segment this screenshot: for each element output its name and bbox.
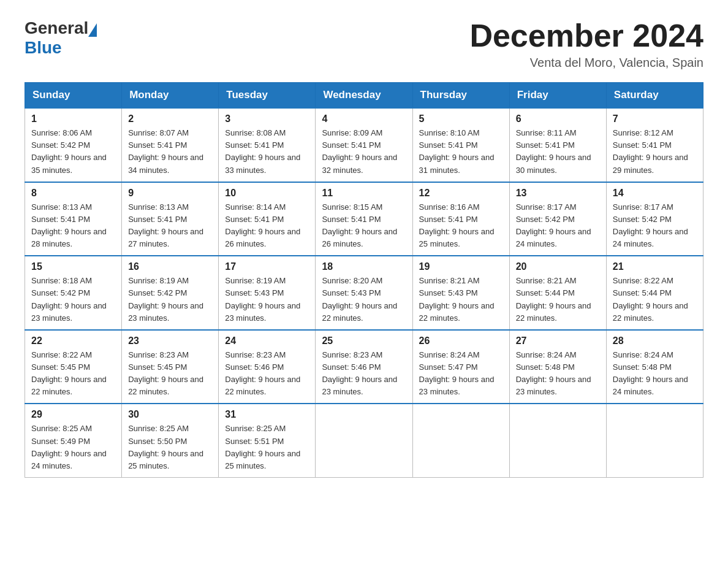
day-info: Sunrise: 8:23 AM Sunset: 5:46 PM Dayligh… [322, 349, 406, 399]
header-thursday: Thursday [412, 83, 509, 109]
day-info: Sunrise: 8:16 AM Sunset: 5:41 PM Dayligh… [419, 201, 503, 251]
logo: General Blue [25, 18, 98, 58]
day-number: 17 [225, 261, 309, 272]
day-number: 16 [128, 261, 212, 272]
day-number: 1 [31, 113, 115, 124]
day-info: Sunrise: 8:17 AM Sunset: 5:42 PM Dayligh… [613, 201, 697, 251]
table-row: 6 Sunrise: 8:11 AM Sunset: 5:41 PM Dayli… [509, 108, 606, 182]
table-row: 29 Sunrise: 8:25 AM Sunset: 5:49 PM Dayl… [25, 404, 122, 477]
day-info: Sunrise: 8:07 AM Sunset: 5:41 PM Dayligh… [128, 127, 212, 177]
header-saturday: Saturday [606, 83, 703, 109]
header-friday: Friday [509, 83, 606, 109]
day-info: Sunrise: 8:10 AM Sunset: 5:41 PM Dayligh… [419, 127, 503, 177]
day-number: 14 [613, 188, 697, 199]
table-row: 1 Sunrise: 8:06 AM Sunset: 5:42 PM Dayli… [25, 108, 122, 182]
day-info: Sunrise: 8:21 AM Sunset: 5:44 PM Dayligh… [516, 275, 600, 324]
day-number: 12 [419, 188, 503, 199]
day-number: 15 [31, 261, 115, 272]
calendar-week-row: 22 Sunrise: 8:22 AM Sunset: 5:45 PM Dayl… [25, 330, 703, 404]
month-title: December 2024 [469, 18, 703, 53]
day-info: Sunrise: 8:25 AM Sunset: 5:51 PM Dayligh… [225, 423, 309, 472]
calendar-week-row: 8 Sunrise: 8:13 AM Sunset: 5:41 PM Dayli… [25, 182, 703, 256]
calendar-week-row: 29 Sunrise: 8:25 AM Sunset: 5:49 PM Dayl… [25, 404, 703, 477]
logo-triangle-icon [88, 23, 97, 37]
day-number: 27 [516, 335, 600, 347]
table-row: 3 Sunrise: 8:08 AM Sunset: 5:41 PM Dayli… [219, 108, 316, 182]
table-row: 10 Sunrise: 8:14 AM Sunset: 5:41 PM Dayl… [219, 182, 316, 256]
location-text: Venta del Moro, Valencia, Spain [469, 56, 703, 70]
day-number: 2 [128, 113, 212, 124]
calendar-week-row: 15 Sunrise: 8:18 AM Sunset: 5:42 PM Dayl… [25, 256, 703, 330]
day-number: 23 [128, 335, 212, 347]
logo-blue-part [88, 23, 98, 38]
day-info: Sunrise: 8:24 AM Sunset: 5:48 PM Dayligh… [516, 349, 600, 399]
day-info: Sunrise: 8:22 AM Sunset: 5:44 PM Dayligh… [613, 275, 697, 324]
table-row [316, 404, 412, 477]
day-number: 30 [128, 409, 212, 420]
table-row [412, 404, 509, 477]
day-number: 24 [225, 335, 309, 347]
day-number: 13 [516, 188, 600, 199]
day-info: Sunrise: 8:23 AM Sunset: 5:45 PM Dayligh… [128, 349, 212, 399]
day-info: Sunrise: 8:19 AM Sunset: 5:42 PM Dayligh… [128, 275, 212, 324]
day-number: 18 [322, 261, 406, 272]
day-info: Sunrise: 8:21 AM Sunset: 5:43 PM Dayligh… [419, 275, 503, 324]
day-number: 8 [31, 188, 115, 199]
day-info: Sunrise: 8:17 AM Sunset: 5:42 PM Dayligh… [516, 201, 600, 251]
day-info: Sunrise: 8:15 AM Sunset: 5:41 PM Dayligh… [322, 201, 406, 251]
table-row: 15 Sunrise: 8:18 AM Sunset: 5:42 PM Dayl… [25, 256, 122, 330]
day-number: 28 [613, 335, 697, 347]
day-number: 11 [322, 188, 406, 199]
header-sunday: Sunday [25, 83, 122, 109]
day-number: 29 [31, 409, 115, 420]
day-number: 25 [322, 335, 406, 347]
table-row [509, 404, 606, 477]
day-number: 20 [516, 261, 600, 272]
day-number: 22 [31, 335, 115, 347]
header-row: Sunday Monday Tuesday Wednesday Thursday… [25, 83, 703, 109]
table-row: 22 Sunrise: 8:22 AM Sunset: 5:45 PM Dayl… [25, 330, 122, 404]
day-info: Sunrise: 8:06 AM Sunset: 5:42 PM Dayligh… [31, 127, 115, 177]
table-row: 7 Sunrise: 8:12 AM Sunset: 5:41 PM Dayli… [606, 108, 703, 182]
day-info: Sunrise: 8:11 AM Sunset: 5:41 PM Dayligh… [516, 127, 600, 177]
day-number: 26 [419, 335, 503, 347]
table-row: 17 Sunrise: 8:19 AM Sunset: 5:43 PM Dayl… [219, 256, 316, 330]
day-info: Sunrise: 8:12 AM Sunset: 5:41 PM Dayligh… [613, 127, 697, 177]
table-row: 5 Sunrise: 8:10 AM Sunset: 5:41 PM Dayli… [412, 108, 509, 182]
table-row: 2 Sunrise: 8:07 AM Sunset: 5:41 PM Dayli… [122, 108, 219, 182]
day-info: Sunrise: 8:24 AM Sunset: 5:47 PM Dayligh… [419, 349, 503, 399]
day-info: Sunrise: 8:20 AM Sunset: 5:43 PM Dayligh… [322, 275, 406, 324]
table-row: 14 Sunrise: 8:17 AM Sunset: 5:42 PM Dayl… [606, 182, 703, 256]
table-row: 19 Sunrise: 8:21 AM Sunset: 5:43 PM Dayl… [412, 256, 509, 330]
day-info: Sunrise: 8:13 AM Sunset: 5:41 PM Dayligh… [128, 201, 212, 251]
day-number: 21 [613, 261, 697, 272]
calendar-header: Sunday Monday Tuesday Wednesday Thursday… [25, 83, 703, 109]
day-info: Sunrise: 8:24 AM Sunset: 5:48 PM Dayligh… [613, 349, 697, 399]
day-number: 7 [613, 113, 697, 124]
day-number: 4 [322, 113, 406, 124]
day-info: Sunrise: 8:14 AM Sunset: 5:41 PM Dayligh… [225, 201, 309, 251]
calendar-body: 1 Sunrise: 8:06 AM Sunset: 5:42 PM Dayli… [25, 108, 703, 477]
logo-blue-text: Blue [25, 38, 62, 58]
day-info: Sunrise: 8:09 AM Sunset: 5:41 PM Dayligh… [322, 127, 406, 177]
page-header: General Blue December 2024 Venta del Mor… [25, 18, 703, 70]
day-info: Sunrise: 8:18 AM Sunset: 5:42 PM Dayligh… [31, 275, 115, 324]
table-row: 16 Sunrise: 8:19 AM Sunset: 5:42 PM Dayl… [122, 256, 219, 330]
day-info: Sunrise: 8:08 AM Sunset: 5:41 PM Dayligh… [225, 127, 309, 177]
table-row: 8 Sunrise: 8:13 AM Sunset: 5:41 PM Dayli… [25, 182, 122, 256]
table-row: 12 Sunrise: 8:16 AM Sunset: 5:41 PM Dayl… [412, 182, 509, 256]
table-row: 11 Sunrise: 8:15 AM Sunset: 5:41 PM Dayl… [316, 182, 412, 256]
day-number: 19 [419, 261, 503, 272]
table-row: 27 Sunrise: 8:24 AM Sunset: 5:48 PM Dayl… [509, 330, 606, 404]
table-row [606, 404, 703, 477]
table-row: 9 Sunrise: 8:13 AM Sunset: 5:41 PM Dayli… [122, 182, 219, 256]
day-number: 10 [225, 188, 309, 199]
header-wednesday: Wednesday [316, 83, 412, 109]
table-row: 28 Sunrise: 8:24 AM Sunset: 5:48 PM Dayl… [606, 330, 703, 404]
table-row: 13 Sunrise: 8:17 AM Sunset: 5:42 PM Dayl… [509, 182, 606, 256]
day-number: 3 [225, 113, 309, 124]
table-row: 21 Sunrise: 8:22 AM Sunset: 5:44 PM Dayl… [606, 256, 703, 330]
day-info: Sunrise: 8:25 AM Sunset: 5:50 PM Dayligh… [128, 423, 212, 472]
table-row: 18 Sunrise: 8:20 AM Sunset: 5:43 PM Dayl… [316, 256, 412, 330]
table-row: 31 Sunrise: 8:25 AM Sunset: 5:51 PM Dayl… [219, 404, 316, 477]
